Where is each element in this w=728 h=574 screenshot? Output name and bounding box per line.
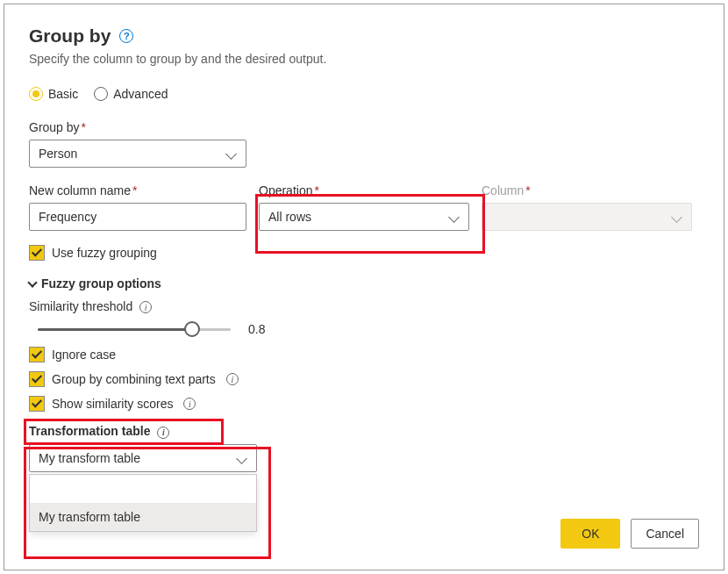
- checkbox-icon: [29, 347, 45, 362]
- combine-text-checkbox[interactable]: Group by combining text parts i: [29, 371, 699, 387]
- show-scores-checkbox[interactable]: Show similarity scores i: [29, 396, 699, 412]
- groupby-label: Group by*: [29, 120, 699, 134]
- chevron-down-icon: [27, 277, 37, 287]
- mode-radio-group: Basic Advanced: [29, 87, 699, 101]
- radio-icon: [29, 87, 43, 101]
- radio-basic[interactable]: Basic: [29, 87, 78, 101]
- dropdown-item[interactable]: My transform table: [30, 503, 256, 531]
- slider-thumb[interactable]: [184, 321, 200, 337]
- groupby-select[interactable]: Person: [29, 140, 246, 168]
- radio-advanced-label: Advanced: [113, 87, 168, 101]
- newcolumn-input[interactable]: Frequency: [29, 203, 246, 231]
- ignore-case-checkbox[interactable]: Ignore case: [29, 347, 699, 362]
- dialog-title: Group by: [29, 25, 111, 47]
- threshold-value: 0.8: [248, 322, 265, 336]
- column-select: [482, 203, 692, 231]
- help-icon[interactable]: ?: [119, 29, 133, 43]
- fuzzy-options-toggle[interactable]: Fuzzy group options: [29, 276, 699, 291]
- groupby-value: Person: [39, 147, 77, 161]
- info-icon[interactable]: i: [157, 427, 169, 439]
- transform-dropdown: My transform table: [29, 474, 257, 532]
- dialog-subtitle: Specify the column to group by and the d…: [29, 52, 699, 66]
- use-fuzzy-label: Use fuzzy grouping: [52, 246, 157, 260]
- radio-icon: [94, 87, 108, 101]
- group-by-dialog: Group by ? Specify the column to group b…: [4, 4, 724, 570]
- use-fuzzy-checkbox[interactable]: Use fuzzy grouping: [29, 245, 699, 261]
- radio-basic-label: Basic: [48, 87, 78, 101]
- newcolumn-label: New column name*: [29, 183, 246, 197]
- ok-button[interactable]: OK: [560, 519, 620, 549]
- newcolumn-value: Frequency: [39, 210, 96, 224]
- transform-select[interactable]: My transform table: [29, 444, 257, 472]
- show-scores-label: Show similarity scores: [52, 397, 173, 411]
- checkbox-icon: [29, 396, 45, 412]
- cancel-button[interactable]: Cancel: [631, 519, 699, 549]
- checkbox-icon: [29, 371, 45, 387]
- operation-label: Operation*: [259, 183, 469, 197]
- fuzzy-options-label: Fuzzy group options: [41, 276, 161, 291]
- operation-select[interactable]: All rows: [259, 203, 469, 231]
- ignore-case-label: Ignore case: [52, 348, 116, 362]
- operation-value: All rows: [268, 210, 311, 224]
- dropdown-item-blank[interactable]: [30, 475, 256, 503]
- info-icon[interactable]: i: [139, 301, 152, 313]
- threshold-slider[interactable]: [38, 320, 231, 338]
- threshold-label: Similarity threshold i: [29, 299, 699, 313]
- combine-text-label: Group by combining text parts: [52, 372, 216, 386]
- transform-value: My transform table: [39, 451, 140, 465]
- radio-advanced[interactable]: Advanced: [94, 87, 168, 101]
- checkbox-icon: [29, 245, 45, 261]
- slider-fill: [38, 328, 192, 331]
- column-label: Column*: [482, 183, 692, 197]
- info-icon[interactable]: i: [183, 398, 196, 410]
- info-icon[interactable]: i: [226, 373, 239, 385]
- transform-label: Transformation table i: [29, 424, 699, 438]
